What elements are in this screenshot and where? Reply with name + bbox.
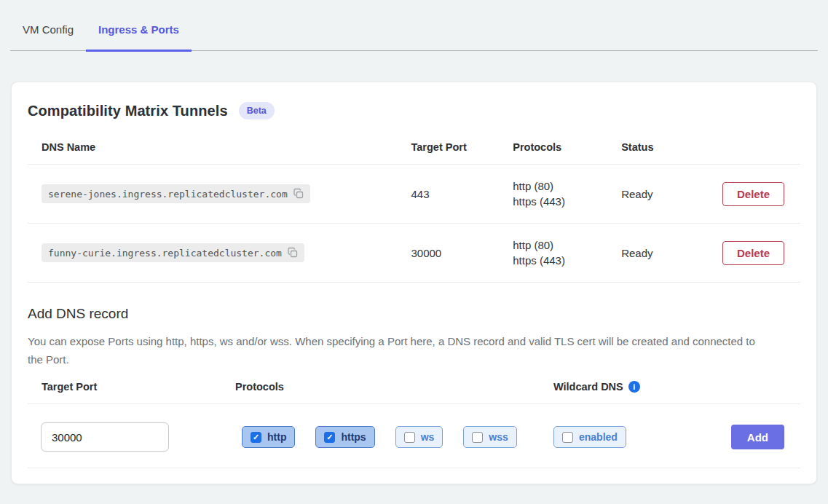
table-header-row: DNS Name Target Port Protocols Status (28, 128, 800, 165)
protocol-value: http (80) (513, 178, 621, 194)
target-port-value: 443 (411, 165, 513, 224)
tunnels-table: DNS Name Target Port Protocols Status se… (28, 128, 800, 283)
form-col-header-target-port: Target Port (28, 381, 235, 393)
checkbox-box: ✓ (324, 432, 335, 443)
add-dns-heading: Add DNS record (28, 306, 800, 322)
checkbox-wss[interactable]: ✓ wss (463, 426, 516, 448)
status-value: Ready (621, 224, 722, 283)
protocol-value: https (443) (513, 194, 621, 209)
col-header-dns-name: DNS Name (28, 128, 411, 165)
tunnels-card: Compatibility Matrix Tunnels Beta DNS Na… (11, 82, 817, 484)
checkbox-label: wss (489, 431, 508, 443)
checkbox-box: ✓ (404, 432, 415, 443)
tab-bar: VM Config Ingress & Ports (10, 0, 818, 51)
dns-name-value: funny-curie.ingress.replicatedcluster.co… (42, 243, 304, 262)
dns-name-value: serene-jones.ingress.replicatedcluster.c… (42, 184, 310, 203)
form-col-header-wildcard-dns: Wildcard DNS (553, 381, 623, 393)
add-dns-form-header: Target Port Protocols Wildcard DNS i (28, 381, 800, 404)
checkbox-label: ws (421, 431, 435, 443)
checkbox-https[interactable]: ✓ https (315, 426, 374, 448)
copy-icon[interactable] (287, 247, 299, 259)
checkbox-label: enabled (579, 431, 618, 443)
checkbox-ws[interactable]: ✓ ws (395, 426, 443, 448)
target-port-input[interactable] (41, 422, 169, 452)
add-dns-description: You can expose Ports using http, https, … (28, 332, 763, 369)
dns-name-text: serene-jones.ingress.replicatedcluster.c… (48, 189, 288, 200)
checkbox-box: ✓ (251, 432, 261, 443)
checkbox-http[interactable]: ✓ http (242, 426, 295, 448)
checkbox-label: http (267, 431, 286, 443)
add-dns-form-row: ✓ http ✓ https ✓ ws (28, 404, 800, 468)
col-header-target-port: Target Port (411, 128, 513, 165)
checkbox-label: https (341, 431, 366, 443)
checkbox-box: ✓ (472, 432, 483, 443)
protocol-value: http (80) (513, 237, 621, 253)
copy-icon[interactable] (293, 188, 304, 200)
tab-ingress-ports[interactable]: Ingress & Ports (86, 23, 192, 52)
beta-badge: Beta (239, 102, 275, 119)
table-row: serene-jones.ingress.replicatedcluster.c… (28, 165, 800, 224)
col-header-protocols: Protocols (513, 128, 621, 165)
col-header-status: Status (621, 128, 722, 165)
protocol-checkbox-group: ✓ http ✓ https ✓ ws (235, 426, 553, 448)
col-header-actions (722, 128, 800, 165)
table-row: funny-curie.ingress.replicatedcluster.co… (28, 224, 800, 283)
checkbox-wildcard-enabled[interactable]: ✓ enabled (553, 426, 626, 448)
check-icon: ✓ (253, 433, 259, 441)
delete-button[interactable]: Delete (722, 241, 784, 265)
form-col-header-protocols: Protocols (235, 381, 553, 393)
tab-vm-config[interactable]: VM Config (10, 23, 86, 52)
target-port-value: 30000 (411, 224, 513, 283)
delete-button[interactable]: Delete (722, 182, 784, 206)
status-value: Ready (621, 165, 722, 224)
card-title: Compatibility Matrix Tunnels (28, 103, 228, 119)
protocol-value: https (443) (513, 253, 621, 268)
dns-name-text: funny-curie.ingress.replicatedcluster.co… (48, 248, 282, 259)
info-icon[interactable]: i (628, 381, 640, 393)
card-title-row: Compatibility Matrix Tunnels Beta (28, 102, 800, 119)
add-button[interactable]: Add (731, 425, 784, 449)
check-icon: ✓ (326, 433, 333, 441)
checkbox-box: ✓ (562, 432, 573, 443)
